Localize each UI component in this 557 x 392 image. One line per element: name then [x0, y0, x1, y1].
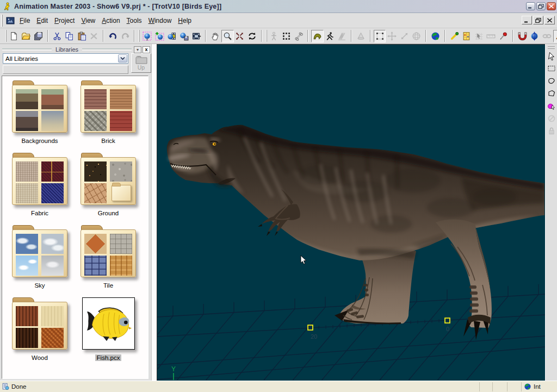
- scale-tool-button[interactable]: [398, 30, 411, 42]
- menu-view[interactable]: View: [78, 15, 98, 27]
- mdi-minimize-button[interactable]: [522, 16, 532, 24]
- library-item-backgrounds[interactable]: Backgrounds: [5, 80, 74, 153]
- skeleton-mode-button[interactable]: [268, 30, 281, 42]
- hide-mode-button[interactable]: [546, 113, 557, 125]
- panel-splitter[interactable]: [151, 44, 157, 381]
- folder-icon: [81, 80, 136, 133]
- move-tool-icon: [387, 32, 397, 41]
- menu-file[interactable]: File: [16, 15, 33, 27]
- toolbar-separator: [370, 30, 371, 42]
- library-item-fabric[interactable]: Fabric: [5, 153, 74, 225]
- zoom-button[interactable]: [221, 30, 234, 42]
- muscle-mode-button[interactable]: [311, 30, 324, 42]
- status-text: Done: [11, 383, 27, 390]
- delete-button[interactable]: [88, 30, 101, 42]
- magnet-mode-button[interactable]: [516, 30, 529, 42]
- cut-button[interactable]: [51, 30, 64, 42]
- save-all-button[interactable]: [32, 30, 45, 42]
- font-tool-button[interactable]: [553, 30, 557, 42]
- toolbar-grip[interactable]: [139, 30, 140, 42]
- poly-lasso-select-button[interactable]: [546, 88, 557, 99]
- pin-button[interactable]: [497, 30, 510, 42]
- texture-thumb-photo-house-red: [41, 89, 64, 109]
- world-view-button[interactable]: [429, 30, 442, 42]
- undo-button[interactable]: [107, 30, 119, 42]
- grid-snap-button[interactable]: [473, 30, 485, 42]
- paste-button[interactable]: [76, 30, 88, 42]
- up-button[interactable]: Up: [131, 53, 151, 73]
- library-path-bar: [3, 65, 128, 74]
- globe-axis-button[interactable]: [528, 30, 541, 42]
- bone-mode-button[interactable]: [293, 30, 305, 42]
- dynamics-mode-icon: [337, 32, 346, 41]
- move-tool-button[interactable]: [386, 30, 398, 42]
- action-mode-button[interactable]: [324, 30, 336, 42]
- library-item-fish-pcx[interactable]: Fish.pcx: [74, 297, 143, 370]
- new-document-button[interactable]: [8, 30, 20, 42]
- ruler-button[interactable]: [485, 30, 498, 42]
- paste-icon: [77, 32, 86, 41]
- mdi-restore-button[interactable]: [533, 16, 543, 24]
- rotate-sphere-button[interactable]: [411, 30, 423, 42]
- library-item-brick[interactable]: Brick: [74, 80, 143, 153]
- status-pane-3: [507, 382, 521, 391]
- mdi-close-button[interactable]: [544, 16, 555, 24]
- bound-box-button[interactable]: [374, 30, 386, 42]
- texture-thumb-photo-church: [16, 111, 38, 131]
- toolbar-grip[interactable]: [5, 30, 7, 42]
- menu-action[interactable]: Action: [98, 15, 123, 27]
- zoom-fit-button[interactable]: [234, 30, 246, 42]
- lasso-select-button[interactable]: [546, 75, 557, 87]
- open-project-button[interactable]: [20, 30, 33, 42]
- panel-close-button[interactable]: x: [143, 46, 150, 53]
- key-panel-button[interactable]: [460, 30, 473, 42]
- toolbar-grip[interactable]: [266, 30, 267, 42]
- library-item-ground[interactable]: Ground: [74, 153, 143, 225]
- menu-tools[interactable]: Tools: [123, 15, 145, 27]
- selection-toolbar-grip[interactable]: [548, 46, 555, 49]
- lock-button[interactable]: [546, 125, 557, 137]
- menu-project[interactable]: Project: [51, 15, 78, 27]
- cone-mode-button[interactable]: [355, 30, 367, 42]
- document-window-icon[interactable]: [6, 16, 15, 25]
- pointer-button[interactable]: [546, 50, 557, 62]
- close-button[interactable]: [547, 2, 556, 10]
- menubar-grip[interactable]: [1, 15, 3, 27]
- library-item-sky[interactable]: Sky: [5, 225, 74, 297]
- app-icon: [3, 2, 11, 11]
- redo-button[interactable]: [119, 30, 132, 42]
- render-to-film-button[interactable]: [166, 30, 178, 42]
- folder-body: [12, 229, 67, 277]
- pan-hand-button[interactable]: [209, 30, 221, 42]
- restore-button[interactable]: [536, 2, 546, 10]
- render-add-button[interactable]: [153, 30, 166, 42]
- folder-icon: [12, 80, 67, 133]
- rect-select-button[interactable]: [546, 63, 557, 74]
- library-dropdown[interactable]: All Libraries: [3, 53, 128, 64]
- group-pick-button[interactable]: [546, 100, 557, 112]
- toolbar-separator: [307, 30, 308, 42]
- render-mode-button[interactable]: [141, 30, 153, 42]
- library-item-wood[interactable]: Wood: [5, 297, 74, 370]
- chain-link-button[interactable]: [541, 30, 553, 42]
- preview-animation-button[interactable]: [190, 30, 203, 42]
- toolbar-separator: [425, 30, 426, 42]
- panel-collapse-button[interactable]: ▾: [134, 46, 141, 53]
- copy-button[interactable]: [63, 30, 76, 42]
- orbit-view-button[interactable]: [246, 30, 258, 42]
- model-mode-button[interactable]: [280, 30, 293, 42]
- library-item-tile[interactable]: Tile: [74, 225, 143, 297]
- menu-window[interactable]: Window: [145, 15, 175, 27]
- marker-label-20: 20: [311, 333, 317, 340]
- menu-edit[interactable]: Edit: [33, 15, 51, 27]
- status-pane-1: [479, 382, 492, 391]
- render-save-button[interactable]: [178, 30, 190, 42]
- trex-model[interactable]: [167, 125, 544, 340]
- minimize-button[interactable]: [526, 2, 535, 10]
- libraries-panel-header[interactable]: Libraries ▾ x: [0, 45, 151, 54]
- add-bone-button[interactable]: [448, 30, 461, 42]
- library-dropdown-button[interactable]: [118, 54, 127, 63]
- menu-help[interactable]: Help: [175, 15, 195, 27]
- dynamics-mode-button[interactable]: [336, 30, 349, 42]
- viewport-birds-eye[interactable]: 200Y: [157, 44, 545, 381]
